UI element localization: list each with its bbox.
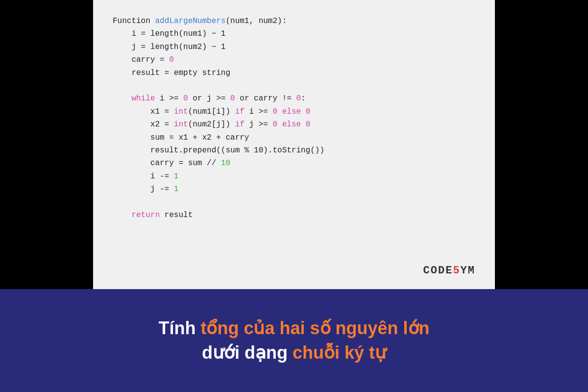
code-line-7: while i >= 0 or j >= 0 or carry != 0: xyxy=(113,92,475,105)
code-line-13: i -= 1 xyxy=(113,170,475,183)
code-line-1: Function addLargeNumbers(num1, num2): xyxy=(113,15,475,27)
banner-text: Tính tổng của hai số nguyên lớn dưới dạn… xyxy=(158,316,429,366)
banner-orange-1: tổng của hai số nguyên lớn xyxy=(200,318,429,338)
code-line-5: result = empty string xyxy=(113,67,475,79)
code-line-9: x2 = int(num2[j]) if j >= 0 else 0 xyxy=(113,118,475,131)
code-line-3: j = length(num2) − 1 xyxy=(113,41,475,53)
code-line-16: return result xyxy=(113,209,475,221)
code-line-2: i = length(num1) − 1 xyxy=(113,27,475,40)
bottom-banner: Tính tổng của hai số nguyên lớn dưới dạn… xyxy=(0,289,588,392)
code-line-14: j -= 1 xyxy=(113,183,475,196)
main-wrapper: Function addLargeNumbers(num1, num2): i … xyxy=(0,0,588,392)
logo-highlight: 5 xyxy=(453,265,460,277)
banner-line1: Tính tổng của hai số nguyên lớn xyxy=(158,318,429,338)
code-line-blank2 xyxy=(113,196,475,208)
code-line-4: carry = 0 xyxy=(113,53,475,66)
banner-orange-2: chuỗi ký tự xyxy=(293,343,386,363)
codesym-logo: CODE5YM xyxy=(113,257,475,279)
code-line-12: carry = sum // 10 xyxy=(113,157,475,170)
code-section: Function addLargeNumbers(num1, num2): i … xyxy=(0,0,588,289)
code-line-8: x1 = int(num1[i]) if i >= 0 else 0 xyxy=(113,105,475,118)
code-panel: Function addLargeNumbers(num1, num2): i … xyxy=(93,0,495,289)
code-line-11: result.prepend((sum % 10).toString()) xyxy=(113,144,475,157)
code-content: Function addLargeNumbers(num1, num2): i … xyxy=(113,15,475,257)
banner-line2: dưới dạng chuỗi ký tự xyxy=(202,343,386,363)
code-line-blank1 xyxy=(113,79,475,92)
code-line-10: sum = x1 + x2 + carry xyxy=(113,131,475,144)
